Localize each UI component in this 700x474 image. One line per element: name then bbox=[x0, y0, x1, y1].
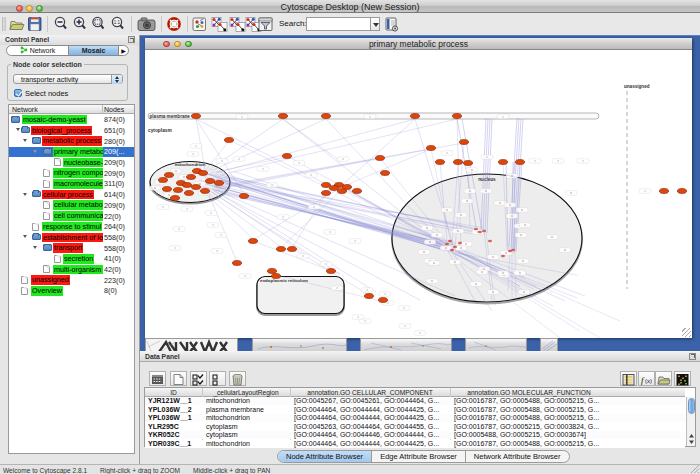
svg-text:1:1: 1:1 bbox=[114, 20, 121, 25]
svg-text:endoplasmic reticulum: endoplasmic reticulum bbox=[260, 278, 308, 283]
svg-text:mitochondrion: mitochondrion bbox=[175, 162, 206, 167]
svg-text:plasma membrane: plasma membrane bbox=[150, 114, 191, 119]
svg-text:(x): (x) bbox=[645, 378, 652, 384]
svg-text:cytoplasm: cytoplasm bbox=[148, 128, 172, 133]
svg-text:unassigned: unassigned bbox=[624, 84, 650, 89]
